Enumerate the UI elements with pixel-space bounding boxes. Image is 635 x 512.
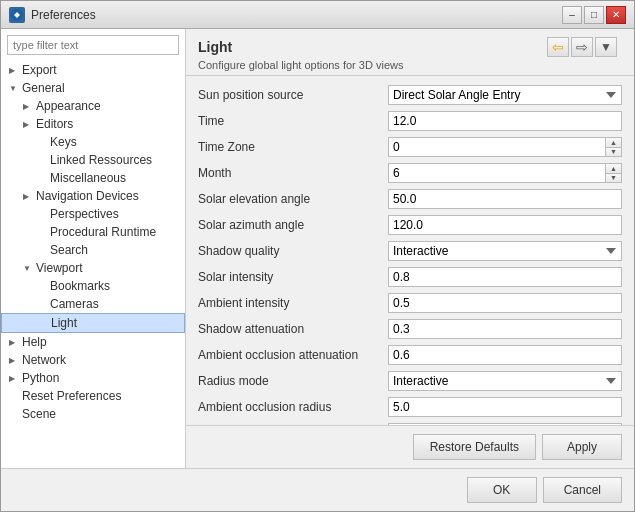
- form-row-time: Time: [198, 110, 622, 132]
- sidebar-item-procedural-runtime[interactable]: Procedural Runtime: [1, 223, 185, 241]
- form-row-radius-mode: Radius modeInteractive: [198, 370, 622, 392]
- sidebar: ▶Export▼General▶Appearance▶EditorsKeysLi…: [1, 29, 186, 468]
- sidebar-item-network[interactable]: ▶Network: [1, 351, 185, 369]
- field-spinner-input-month[interactable]: [389, 164, 605, 182]
- title-bar: Preferences – □ ✕: [1, 1, 634, 29]
- spinner-up-time-zone[interactable]: ▲: [606, 138, 621, 148]
- sidebar-item-bookmarks[interactable]: Bookmarks: [1, 277, 185, 295]
- restore-defaults-button[interactable]: Restore Defaults: [413, 434, 536, 460]
- sidebar-item-label-general: General: [22, 81, 65, 95]
- sidebar-item-label-python: Python: [22, 371, 59, 385]
- sidebar-item-label-appearance: Appearance: [36, 99, 101, 113]
- sidebar-item-navigation-devices[interactable]: ▶Navigation Devices: [1, 187, 185, 205]
- sidebar-item-cameras[interactable]: Cameras: [1, 295, 185, 313]
- tree-arrow-python: ▶: [9, 374, 19, 383]
- app-icon: [9, 7, 25, 23]
- spinner-down-month[interactable]: ▼: [606, 174, 621, 183]
- field-label-ambient-occlusion-attenuation: Ambient occlusion attenuation: [198, 348, 388, 362]
- sidebar-item-linked-ressources[interactable]: Linked Ressources: [1, 151, 185, 169]
- sidebar-item-search[interactable]: Search: [1, 241, 185, 259]
- field-select-shadow-quality[interactable]: Interactive: [388, 241, 622, 261]
- main-content: ▶Export▼General▶Appearance▶EditorsKeysLi…: [1, 29, 634, 468]
- panel-title: Light: [198, 39, 232, 55]
- minimize-button[interactable]: –: [562, 6, 582, 24]
- field-label-sun-position-source: Sun position source: [198, 88, 388, 102]
- bottom-buttons: OK Cancel: [1, 468, 634, 511]
- nav-back-button[interactable]: ⇦: [547, 37, 569, 57]
- sidebar-item-appearance[interactable]: ▶Appearance: [1, 97, 185, 115]
- panel-content: Sun position sourceDirect Solar Angle En…: [186, 76, 634, 425]
- field-label-time-zone: Time Zone: [198, 140, 388, 154]
- field-label-time: Time: [198, 114, 388, 128]
- sidebar-item-label-procedural-runtime: Procedural Runtime: [50, 225, 156, 239]
- nav-forward-button[interactable]: ⇨: [571, 37, 593, 57]
- sidebar-item-help[interactable]: ▶Help: [1, 333, 185, 351]
- sidebar-item-reset-preferences[interactable]: Reset Preferences: [1, 387, 185, 405]
- sidebar-item-label-search: Search: [50, 243, 88, 257]
- field-label-month: Month: [198, 166, 388, 180]
- sidebar-item-label-keys: Keys: [50, 135, 77, 149]
- spinner-up-month[interactable]: ▲: [606, 164, 621, 174]
- sidebar-item-export[interactable]: ▶Export: [1, 61, 185, 79]
- nav-dropdown-button[interactable]: ▼: [595, 37, 617, 57]
- form-row-ambient-intensity: Ambient intensity: [198, 292, 622, 314]
- sidebar-item-label-editors: Editors: [36, 117, 73, 131]
- tree-arrow-network: ▶: [9, 356, 19, 365]
- spinner-down-time-zone[interactable]: ▼: [606, 148, 621, 157]
- field-input-ambient-occlusion-radius[interactable]: [388, 397, 622, 417]
- sidebar-item-miscellaneous[interactable]: Miscellaneous: [1, 169, 185, 187]
- field-input-solar-elevation-angle[interactable]: [388, 189, 622, 209]
- field-spinner-month: ▲▼: [388, 163, 622, 183]
- field-input-shadow-attenuation[interactable]: [388, 319, 622, 339]
- sidebar-item-label-network: Network: [22, 353, 66, 367]
- right-panel: Light ⇦ ⇨ ▼ Configure global light optio…: [186, 29, 634, 468]
- sidebar-item-perspectives[interactable]: Perspectives: [1, 205, 185, 223]
- field-input-time[interactable]: [388, 111, 622, 131]
- sidebar-item-keys[interactable]: Keys: [1, 133, 185, 151]
- form-row-solar-elevation-angle: Solar elevation angle: [198, 188, 622, 210]
- sidebar-item-label-bookmarks: Bookmarks: [50, 279, 110, 293]
- sidebar-item-viewport[interactable]: ▼Viewport: [1, 259, 185, 277]
- field-input-solar-intensity[interactable]: [388, 267, 622, 287]
- apply-button[interactable]: Apply: [542, 434, 622, 460]
- field-input-solar-azimuth-angle[interactable]: [388, 215, 622, 235]
- sidebar-item-light[interactable]: Light: [1, 313, 185, 333]
- panel-footer: Restore Defaults Apply: [186, 425, 634, 468]
- form-row-month: Month▲▼: [198, 162, 622, 184]
- field-spinner-input-time-zone[interactable]: [389, 138, 605, 156]
- maximize-button[interactable]: □: [584, 6, 604, 24]
- sidebar-item-python[interactable]: ▶Python: [1, 369, 185, 387]
- field-input-ambient-occlusion-attenuation[interactable]: [388, 345, 622, 365]
- sidebar-item-editors[interactable]: ▶Editors: [1, 115, 185, 133]
- field-select-sun-position-source[interactable]: Direct Solar Angle Entry: [388, 85, 622, 105]
- sidebar-item-general[interactable]: ▼General: [1, 79, 185, 97]
- tree-arrow-general: ▼: [9, 84, 19, 93]
- form-row-sun-position-source: Sun position sourceDirect Solar Angle En…: [198, 84, 622, 106]
- title-bar-left: Preferences: [9, 7, 96, 23]
- tree-arrow-appearance: ▶: [23, 102, 33, 111]
- sidebar-item-label-scene: Scene: [22, 407, 56, 421]
- tree-arrow-editors: ▶: [23, 120, 33, 129]
- field-label-solar-elevation-angle: Solar elevation angle: [198, 192, 388, 206]
- field-label-ambient-intensity: Ambient intensity: [198, 296, 388, 310]
- form-row-solar-azimuth-angle: Solar azimuth angle: [198, 214, 622, 236]
- field-label-solar-intensity: Solar intensity: [198, 270, 388, 284]
- filter-input[interactable]: [7, 35, 179, 55]
- sidebar-item-label-navigation-devices: Navigation Devices: [36, 189, 139, 203]
- sidebar-item-label-reset-preferences: Reset Preferences: [22, 389, 121, 403]
- title-controls: – □ ✕: [562, 6, 626, 24]
- tree-arrow-help: ▶: [9, 338, 19, 347]
- preferences-window: Preferences – □ ✕ ▶Export▼General▶Appear…: [0, 0, 635, 512]
- cancel-button[interactable]: Cancel: [543, 477, 622, 503]
- sidebar-item-label-light: Light: [51, 316, 77, 330]
- field-input-ambient-intensity[interactable]: [388, 293, 622, 313]
- form-row-ambient-occlusion-radius: Ambient occlusion radius: [198, 396, 622, 418]
- field-spinner-time-zone: ▲▼: [388, 137, 622, 157]
- tree-arrow-navigation-devices: ▶: [23, 192, 33, 201]
- field-label-solar-azimuth-angle: Solar azimuth angle: [198, 218, 388, 232]
- close-button[interactable]: ✕: [606, 6, 626, 24]
- panel-nav-buttons: ⇦ ⇨ ▼: [547, 37, 617, 57]
- field-select-radius-mode[interactable]: Interactive: [388, 371, 622, 391]
- sidebar-item-scene[interactable]: Scene: [1, 405, 185, 423]
- ok-button[interactable]: OK: [467, 477, 537, 503]
